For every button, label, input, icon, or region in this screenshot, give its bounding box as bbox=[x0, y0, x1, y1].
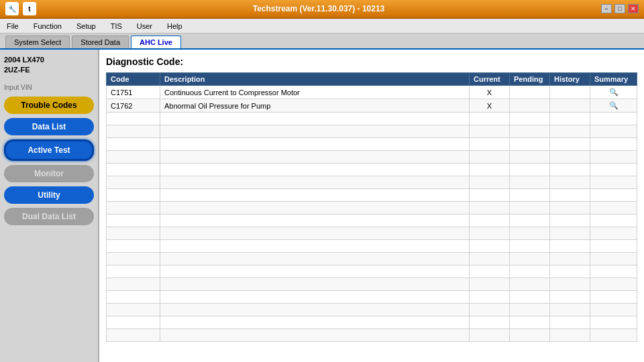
empty-row bbox=[107, 291, 637, 304]
diag-title: Diagnostic Code: bbox=[106, 56, 637, 67]
empty-row bbox=[107, 113, 637, 125]
cell-pending bbox=[510, 99, 550, 113]
cell-current: X bbox=[470, 99, 510, 113]
cell-history bbox=[550, 86, 590, 99]
tab-stored-data[interactable]: Stored Data bbox=[72, 36, 129, 48]
empty-row bbox=[107, 240, 637, 253]
cell-description: Abnormal Oil Pressure for Pump bbox=[160, 99, 470, 113]
nav-tabs: System Select Stored Data AHC Live bbox=[0, 34, 644, 50]
cell-current: X bbox=[470, 86, 510, 99]
empty-row bbox=[107, 329, 637, 342]
utility-button[interactable]: Utility bbox=[4, 186, 94, 204]
table-row: C1751Continuous Current to Compressor Mo… bbox=[107, 86, 637, 99]
header-summary: Summary bbox=[590, 73, 637, 86]
empty-row bbox=[107, 278, 637, 291]
monitor-button[interactable]: Monitor bbox=[4, 165, 94, 182]
dual-data-list-button[interactable]: Dual Data List bbox=[4, 208, 94, 225]
header-code: Code bbox=[107, 73, 160, 86]
empty-row bbox=[107, 151, 637, 164]
header-pending: Pending bbox=[510, 73, 550, 86]
empty-row bbox=[107, 304, 637, 316]
vehicle-engine: 2UZ-FE bbox=[4, 66, 30, 74]
app-icon-2: t bbox=[23, 2, 36, 15]
app-icons: 🔧 t bbox=[5, 2, 36, 15]
header-current: Current bbox=[470, 73, 510, 86]
empty-row bbox=[107, 202, 637, 215]
cell-pending bbox=[510, 86, 550, 99]
data-list-button[interactable]: Data List bbox=[4, 118, 94, 135]
window-controls: − □ ✕ bbox=[601, 4, 639, 13]
maximize-button[interactable]: □ bbox=[614, 4, 625, 13]
cell-code: C1762 bbox=[107, 99, 160, 113]
title-bar: 🔧 t Techstream (Ver.11.30.037) - 10213 −… bbox=[0, 0, 644, 19]
empty-row bbox=[107, 215, 637, 227]
empty-row bbox=[107, 164, 637, 176]
menu-bar: File Function Setup TIS User Help bbox=[0, 19, 644, 34]
empty-row bbox=[107, 138, 637, 151]
menu-setup[interactable]: Setup bbox=[74, 21, 99, 32]
cell-summary[interactable]: 🔍 bbox=[590, 86, 637, 99]
empty-row bbox=[107, 227, 637, 240]
empty-row bbox=[107, 265, 637, 278]
header-description: Description bbox=[160, 73, 470, 86]
main-area: 2004 LX470 2UZ-FE Input VIN Trouble Code… bbox=[0, 50, 644, 362]
table-header-row: Code Description Current Pending History… bbox=[107, 73, 637, 86]
search-icon: 🔍 bbox=[609, 101, 619, 109]
cell-code: C1751 bbox=[107, 86, 160, 99]
cell-history bbox=[550, 99, 590, 113]
vehicle-model: 2004 LX470 bbox=[4, 56, 44, 64]
empty-row bbox=[107, 176, 637, 189]
menu-function[interactable]: Function bbox=[31, 21, 64, 32]
vehicle-info: 2004 LX470 2UZ-FE bbox=[4, 55, 94, 76]
input-vin-label: Input VIN bbox=[4, 84, 94, 91]
diagnostic-table: Code Description Current Pending History… bbox=[106, 72, 637, 342]
menu-help[interactable]: Help bbox=[164, 21, 185, 32]
search-icon: 🔍 bbox=[609, 88, 619, 96]
tab-system-select[interactable]: System Select bbox=[5, 36, 70, 48]
active-test-button[interactable]: Active Test bbox=[4, 139, 94, 161]
trouble-codes-button[interactable]: Trouble Codes bbox=[4, 97, 94, 114]
cell-summary[interactable]: 🔍 bbox=[590, 99, 637, 113]
sidebar: 2004 LX470 2UZ-FE Input VIN Trouble Code… bbox=[0, 50, 99, 362]
header-history: History bbox=[550, 73, 590, 86]
empty-row bbox=[107, 253, 637, 265]
cell-description: Continuous Current to Compressor Motor bbox=[160, 86, 470, 99]
content-area: Diagnostic Code: Code Description Curren… bbox=[99, 50, 644, 362]
empty-row bbox=[107, 316, 637, 329]
app-icon-1: 🔧 bbox=[5, 2, 19, 15]
menu-tis[interactable]: TIS bbox=[108, 21, 125, 32]
menu-user[interactable]: User bbox=[134, 21, 155, 32]
tab-ahc-live[interactable]: AHC Live bbox=[131, 36, 181, 48]
minimize-button[interactable]: − bbox=[601, 4, 612, 13]
title-text: Techstream (Ver.11.30.037) - 10213 bbox=[36, 4, 601, 13]
table-row: C1762Abnormal Oil Pressure for PumpX🔍 bbox=[107, 99, 637, 113]
close-button[interactable]: ✕ bbox=[628, 4, 639, 13]
empty-row bbox=[107, 189, 637, 202]
menu-file[interactable]: File bbox=[4, 21, 21, 32]
empty-row bbox=[107, 125, 637, 138]
